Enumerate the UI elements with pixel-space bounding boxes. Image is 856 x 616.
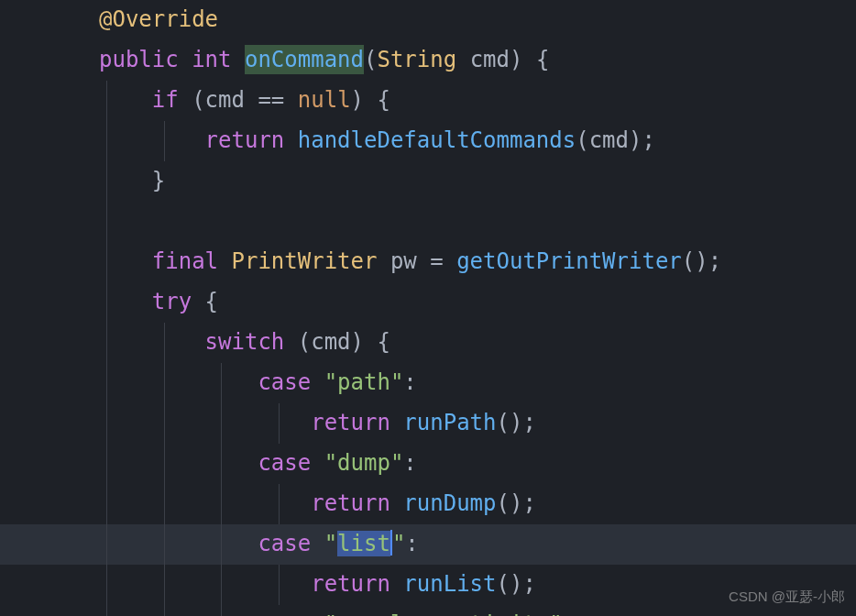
string-quote: ": [392, 531, 405, 556]
keyword-public: public: [99, 47, 179, 72]
code-line[interactable]: switch (cmd) {: [0, 323, 856, 363]
punct: (: [298, 329, 311, 355]
code-line[interactable]: case "dump":: [0, 444, 856, 484]
watermark-text: CSDN @亚瑟-小郎: [729, 584, 845, 609]
annotation: @Override: [99, 6, 218, 32]
method-call: getOutPrintWriter: [456, 248, 682, 274]
keyword-return: return: [311, 490, 390, 516]
colon: :: [405, 531, 418, 556]
keyword-switch: switch: [205, 329, 285, 355]
type-string: String: [377, 47, 456, 72]
code-line[interactable]: final PrintWriter pw = getOutPrintWriter…: [0, 242, 856, 282]
colon: :: [403, 369, 416, 395]
punct: (: [576, 127, 588, 153]
keyword-return: return: [311, 571, 390, 597]
code-line[interactable]: public int onCommand(String cmd) {: [0, 40, 856, 81]
code-line-partial[interactable]: case "resolve-activity":: [0, 605, 856, 616]
punct: ): [351, 329, 364, 355]
selected-text: list: [337, 531, 390, 556]
semicolon: ;: [642, 127, 654, 153]
keyword-case: case: [258, 611, 311, 616]
code-line[interactable]: @Override: [0, 0, 856, 40]
brace: {: [536, 47, 549, 72]
keyword-final: final: [152, 248, 218, 274]
brace: {: [205, 289, 218, 314]
semicolon: ;: [522, 490, 535, 516]
colon: :: [563, 611, 576, 616]
code-line[interactable]: return runDump();: [0, 484, 856, 524]
keyword-case: case: [258, 531, 311, 556]
brace: {: [377, 87, 390, 113]
keyword-if: if: [152, 87, 179, 113]
type-printwriter: PrintWriter: [232, 248, 378, 274]
param-name: cmd: [470, 47, 510, 72]
var-cmd: cmd: [311, 329, 350, 355]
punct: (: [192, 87, 204, 113]
code-line[interactable]: return runList();: [0, 565, 856, 605]
keyword-int: int: [192, 47, 231, 72]
punct: (): [497, 490, 523, 516]
code-line[interactable]: return runPath();: [0, 403, 856, 444]
method-call: runPath: [403, 410, 496, 435]
punct: (: [364, 47, 377, 72]
string-literal: "path": [324, 369, 404, 395]
keyword-try: try: [152, 289, 192, 314]
method-call: runList: [403, 571, 496, 597]
string-literal: "dump": [324, 450, 404, 476]
null-literal: null: [298, 87, 351, 113]
punct: ): [629, 127, 642, 153]
punct: ): [510, 47, 522, 72]
op-eq: ==: [258, 87, 284, 113]
code-line[interactable]: case "path":: [0, 363, 856, 403]
method-call: handleDefaultCommands: [298, 127, 576, 153]
code-line[interactable]: if (cmd == null) {: [0, 81, 856, 121]
brace: }: [152, 168, 165, 193]
punct: (): [497, 410, 523, 435]
code-line[interactable]: return handleDefaultCommands(cmd);: [0, 121, 856, 161]
string-quote: ": [324, 531, 337, 556]
semicolon: ;: [522, 410, 535, 435]
punct: (): [497, 571, 523, 597]
var-cmd: cmd: [205, 87, 245, 113]
method-call: runDump: [403, 490, 496, 516]
code-line-empty[interactable]: [0, 202, 856, 242]
var-cmd: cmd: [589, 127, 629, 153]
string-literal: "resolve-activity": [324, 611, 563, 616]
code-line[interactable]: try {: [0, 282, 856, 323]
semicolon: ;: [522, 571, 535, 597]
op-assign: =: [430, 248, 443, 274]
var-pw: pw: [390, 248, 417, 274]
keyword-return: return: [205, 127, 285, 153]
method-name-highlighted: onCommand: [245, 45, 364, 74]
colon: :: [403, 450, 416, 476]
keyword-case: case: [258, 369, 311, 395]
brace: {: [377, 329, 390, 355]
code-line[interactable]: }: [0, 161, 856, 202]
semicolon: ;: [708, 248, 721, 274]
punct: ): [351, 87, 364, 113]
keyword-case: case: [258, 450, 311, 476]
code-editor[interactable]: @Override public int onCommand(String cm…: [0, 0, 856, 616]
punct: (): [682, 248, 708, 274]
code-line-active[interactable]: case "list":: [0, 524, 856, 565]
keyword-return: return: [311, 410, 390, 435]
